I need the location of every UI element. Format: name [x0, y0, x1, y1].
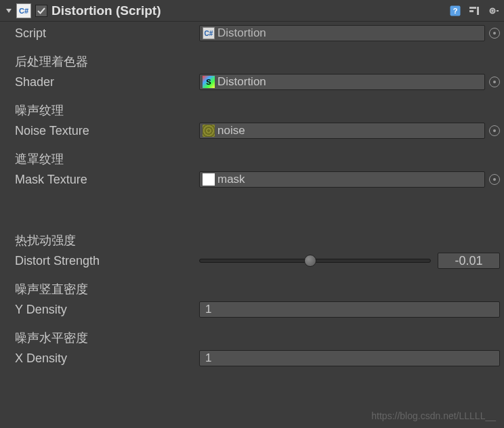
cs-icon: C# — [203, 27, 215, 39]
ydensity-section-label: 噪声竖直密度 — [15, 279, 500, 299]
svg-rect-4 — [469, 10, 474, 12]
slider-thumb[interactable] — [304, 255, 316, 267]
mask-label: Mask Texture — [15, 173, 199, 187]
distort-row: Distort Strength -0.01 — [15, 251, 500, 271]
script-type-icon: C# — [16, 3, 31, 18]
distort-label: Distort Strength — [15, 254, 199, 268]
component-header: C# Distortion (Script) ? — [0, 0, 504, 22]
shader-row: Shader S Distortion — [15, 72, 500, 92]
shader-icon: S — [203, 76, 215, 88]
distort-section-label: 热扰动强度 — [15, 230, 500, 251]
script-object-field[interactable]: C# Distortion — [199, 25, 485, 41]
noise-section-label: 噪声纹理 — [15, 100, 500, 121]
gear-icon[interactable] — [486, 4, 500, 18]
xdensity-section-label: 噪声水平密度 — [15, 328, 500, 348]
shader-section-label: 后处理着色器 — [15, 51, 500, 72]
ydensity-label: Y Density — [15, 303, 199, 317]
foldout-toggle[interactable] — [4, 6, 14, 16]
svg-rect-3 — [469, 7, 476, 9]
watermark-text: https://blog.csdn.net/LLLLL__ — [371, 410, 496, 421]
svg-marker-0 — [6, 9, 12, 13]
shader-value: Distortion — [217, 75, 266, 89]
svg-point-7 — [491, 9, 494, 12]
mask-value: mask — [217, 173, 245, 186]
svg-rect-8 — [497, 10, 499, 12]
script-value: Distortion — [217, 26, 266, 40]
xdensity-input[interactable]: 1 — [199, 350, 500, 366]
noise-label: Noise Texture — [15, 124, 199, 138]
script-row: Script C# Distortion — [15, 23, 500, 43]
shader-object-field[interactable]: S Distortion — [199, 74, 485, 90]
enable-checkbox[interactable] — [35, 5, 47, 17]
shader-label: Shader — [15, 75, 199, 89]
mask-section-label: 遮罩纹理 — [15, 149, 500, 169]
object-picker-icon[interactable] — [489, 28, 500, 39]
script-label: Script — [15, 26, 199, 41]
help-icon[interactable]: ? — [448, 4, 462, 18]
noise-value: noise — [217, 124, 245, 137]
noise-row: Noise Texture noise — [15, 121, 500, 141]
xdensity-label: X Density — [15, 351, 199, 366]
mask-row: Mask Texture mask — [15, 169, 500, 190]
ydensity-row: Y Density 1 — [15, 299, 500, 320]
mask-texture-icon — [203, 173, 215, 186]
xdensity-row: X Density 1 — [15, 348, 500, 368]
distort-value-field[interactable]: -0.01 — [438, 253, 500, 269]
noise-object-field[interactable]: noise — [199, 123, 485, 139]
component-title: Distortion (Script) — [51, 3, 448, 18]
object-picker-icon[interactable] — [489, 77, 500, 87]
noise-texture-icon — [203, 125, 215, 137]
object-picker-icon[interactable] — [489, 174, 500, 185]
mask-object-field[interactable]: mask — [199, 171, 485, 188]
object-picker-icon[interactable] — [489, 125, 500, 136]
preset-icon[interactable] — [467, 4, 481, 18]
distort-slider[interactable] — [199, 259, 431, 263]
svg-text:?: ? — [453, 7, 458, 15]
svg-rect-5 — [477, 7, 479, 15]
ydensity-input[interactable]: 1 — [199, 301, 500, 318]
